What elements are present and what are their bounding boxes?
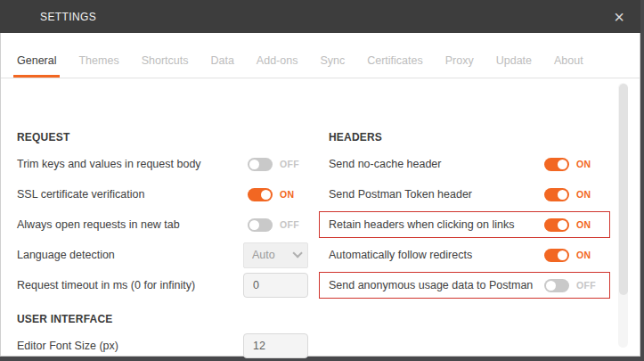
vertical-scrollbar — [618, 83, 628, 348]
toggle-state-label: OFF — [280, 159, 299, 169]
setting-label: Language detection — [17, 249, 115, 261]
control-slot: Auto — [243, 242, 308, 268]
setting-row-retain-headers: Retain headers when clicking on links ON — [329, 209, 610, 240]
toggle-group: ON — [544, 158, 591, 171]
tab-update[interactable]: Update — [496, 54, 532, 78]
toggle-knob — [558, 190, 567, 200]
setting-label: Retain headers when clicking on links — [329, 218, 514, 231]
setting-row-language-detection: Language detection Auto — [17, 240, 308, 270]
control-slot — [243, 273, 308, 298]
toggle-group: ON — [248, 188, 294, 201]
setting-label: Automatically follow redirects — [329, 249, 472, 261]
follow-redirects-toggle[interactable] — [544, 249, 569, 262]
setting-label: Send anonymous usage data to Postman — [329, 279, 533, 291]
toggle-group: OFF — [544, 279, 596, 292]
tab-certificates[interactable]: Certificates — [367, 54, 423, 78]
setting-label: SSL certificate verification — [17, 188, 144, 201]
editor-font-size-input[interactable] — [243, 333, 308, 358]
toggle-state-label: ON — [576, 189, 591, 200]
toggle-state-label: ON — [576, 219, 591, 230]
setting-row-open-new-tab: Always open requests in new tab OFF — [17, 209, 308, 240]
setting-label: Always open requests in new tab — [17, 218, 180, 231]
toggle-group: OFF — [248, 158, 299, 171]
toggle-knob — [249, 220, 259, 230]
tab-themes[interactable]: Themes — [78, 54, 118, 78]
tab-shortcuts[interactable]: Shortcuts — [142, 54, 189, 78]
modal-titlebar: SETTINGS × — [0, 0, 640, 33]
setting-label: Trim keys and values in request body — [17, 158, 201, 170]
toggle-knob — [261, 190, 271, 200]
anonymous-usage-data-toggle[interactable] — [544, 279, 569, 292]
setting-row-trim-keys: Trim keys and values in request body OFF — [17, 149, 308, 179]
toggle-state-label: ON — [280, 189, 294, 200]
modal-body: General Themes Shortcuts Data Add-ons Sy… — [0, 33, 640, 357]
tab-sync[interactable]: Sync — [320, 54, 345, 78]
ssl-verification-toggle[interactable] — [248, 188, 273, 201]
no-cache-header-toggle[interactable] — [544, 158, 569, 171]
toggle-state-label: OFF — [280, 219, 299, 230]
setting-row-postman-token-header: Send Postman Token header ON — [329, 179, 610, 209]
toggle-group: ON — [544, 188, 591, 201]
tab-proxy[interactable]: Proxy — [445, 54, 474, 78]
tab-about[interactable]: About — [554, 54, 583, 78]
selected-option-label: Auto — [252, 249, 275, 261]
setting-row-anonymous-usage-data: Send anonymous usage data to Postman OFF — [329, 270, 610, 300]
close-icon[interactable]: × — [608, 6, 630, 28]
headers-column: HEADERS Send no-cache header ON Send Pos… — [329, 126, 610, 300]
tab-addons[interactable]: Add-ons — [257, 54, 298, 78]
toggle-knob — [558, 160, 567, 169]
toggle-group: OFF — [248, 218, 299, 232]
toggle-knob — [546, 281, 556, 291]
setting-row-request-timeout: Request timeout in ms (0 for infinity) — [17, 270, 308, 300]
setting-row-follow-redirects: Automatically follow redirects ON — [329, 240, 610, 270]
setting-row-editor-font-size: Editor Font Size (px) — [17, 331, 308, 361]
settings-modal: SETTINGS × General Themes Shortcuts Data… — [0, 0, 640, 357]
settings-tabbar: General Themes Shortcuts Data Add-ons Sy… — [1, 33, 640, 78]
request-column: REQUEST Trim keys and values in request … — [17, 126, 308, 361]
setting-label: Editor Font Size (px) — [17, 340, 118, 352]
toggle-group: ON — [544, 249, 591, 262]
modal-title: SETTINGS — [0, 11, 96, 23]
scrollbar-thumb[interactable] — [619, 84, 628, 295]
chevron-down-icon — [292, 248, 302, 258]
setting-label: Send Postman Token header — [329, 188, 472, 201]
settings-dialog-screen: SETTINGS × General Themes Shortcuts Data… — [0, 0, 644, 361]
toggle-knob — [558, 220, 567, 230]
toggle-state-label: OFF — [576, 280, 596, 291]
language-detection-select[interactable]: Auto — [243, 242, 308, 268]
control-slot — [243, 333, 308, 358]
tab-data[interactable]: Data — [210, 54, 233, 78]
setting-row-ssl-verification: SSL certificate verification ON — [17, 179, 308, 209]
toggle-knob — [249, 160, 259, 169]
request-timeout-input[interactable] — [243, 273, 308, 298]
headers-section-heading: HEADERS — [329, 126, 610, 149]
postman-token-header-toggle[interactable] — [544, 188, 569, 201]
setting-label: Request timeout in ms (0 for infinity) — [17, 279, 195, 291]
trim-keys-toggle[interactable] — [248, 158, 273, 171]
ui-section-heading: USER INTERFACE — [17, 308, 308, 331]
toggle-state-label: ON — [576, 250, 591, 260]
tab-general[interactable]: General — [17, 54, 56, 78]
retain-headers-toggle[interactable] — [544, 218, 569, 232]
toggle-group: ON — [544, 218, 591, 232]
request-section-heading: REQUEST — [17, 126, 308, 149]
toggle-state-label: ON — [576, 159, 591, 169]
setting-label: Send no-cache header — [329, 158, 441, 170]
open-new-tab-toggle[interactable] — [248, 218, 273, 232]
setting-row-no-cache-header: Send no-cache header ON — [329, 149, 610, 179]
toggle-knob — [558, 250, 567, 260]
